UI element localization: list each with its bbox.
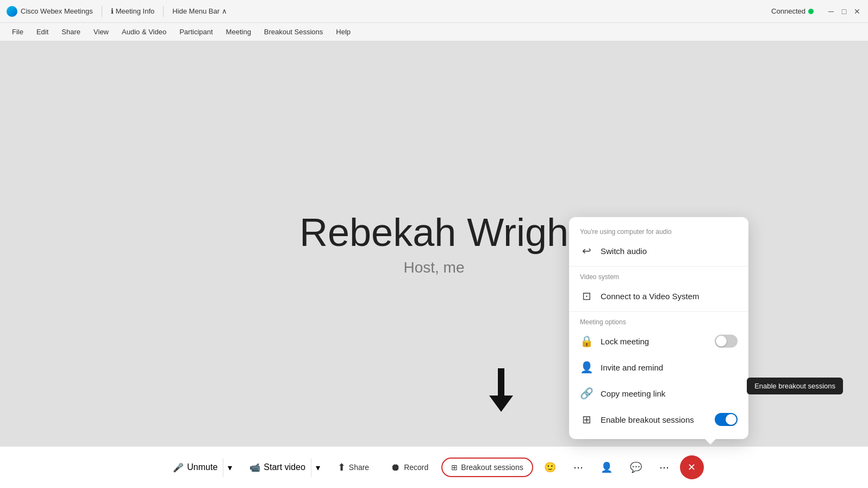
- record-icon: ⏺: [391, 462, 401, 473]
- menu-breakout-sessions[interactable]: Breakout Sessions: [259, 26, 328, 38]
- app-name: Cisco Webex Meetings: [21, 7, 93, 15]
- separator: [102, 6, 102, 17]
- menu-audio-video[interactable]: Audio & Video: [116, 26, 172, 38]
- video-system-icon: ⊡: [580, 289, 593, 302]
- invite-icon: 👤: [580, 361, 593, 374]
- video-icon: 📹: [249, 462, 260, 473]
- more-options-button[interactable]: ⋯: [567, 457, 590, 478]
- connected-dot-icon: [808, 9, 814, 14]
- app-logo: Cisco Webex Meetings: [7, 6, 93, 17]
- invite-remind-item[interactable]: 👤 Invite and remind: [569, 354, 748, 380]
- audio-section-label: You're using computer for audio: [569, 224, 748, 238]
- video-section-label: Video system: [569, 269, 748, 283]
- leave-button[interactable]: ✕: [680, 455, 704, 479]
- presenter-role: Host, me: [299, 259, 569, 276]
- chevron-down-icon: ▾: [228, 462, 232, 473]
- menu-view[interactable]: View: [88, 26, 114, 38]
- logo-icon: [7, 6, 17, 17]
- meeting-options-label: Meeting options: [569, 314, 748, 328]
- unmute-button-group[interactable]: 🎤 Unmute ▾: [164, 458, 236, 477]
- start-video-button-group[interactable]: 📹 Start video ▾: [241, 458, 324, 477]
- unmute-chevron[interactable]: ▾: [223, 458, 236, 477]
- reactions-button[interactable]: 🙂: [538, 457, 563, 478]
- share-button[interactable]: ⬆ Share: [329, 457, 378, 478]
- lock-meeting-item[interactable]: 🔒 Lock meeting: [569, 328, 748, 354]
- video-chevron[interactable]: ▾: [311, 458, 324, 477]
- chevron-down-icon2: ▾: [316, 462, 320, 473]
- lock-meeting-toggle[interactable]: [715, 335, 738, 348]
- divider2: [569, 311, 748, 312]
- connected-badge: Connected: [771, 7, 814, 15]
- menu-participant[interactable]: Participant: [174, 26, 218, 38]
- menu-edit[interactable]: Edit: [31, 26, 54, 38]
- more-options-panel: You're using computer for audio ↩ Switch…: [569, 217, 748, 439]
- connect-video-item[interactable]: ⊡ Connect to a Video System: [569, 283, 748, 309]
- start-video-button[interactable]: 📹 Start video: [241, 458, 310, 477]
- separator2: [163, 6, 164, 17]
- meeting-info-button[interactable]: ℹ Meeting Info: [111, 7, 155, 15]
- unmute-button[interactable]: 🎤 Unmute: [164, 458, 223, 477]
- scroll-arrow-icon: [489, 368, 513, 412]
- window-controls: ─ □ ✕: [827, 7, 861, 16]
- breakout-sessions-button[interactable]: ⊞ Breakout sessions: [441, 458, 533, 477]
- tooltip-popup: Enable breakout sessions: [747, 378, 843, 394]
- participants-button[interactable]: 👤: [594, 457, 619, 478]
- divider1: [569, 266, 748, 267]
- menu-help[interactable]: Help: [330, 26, 356, 38]
- microphone-icon: 🎤: [173, 462, 184, 473]
- chevron-up-icon: ∧: [222, 7, 227, 15]
- close-button[interactable]: ✕: [853, 7, 861, 16]
- share-icon: ⬆: [338, 461, 346, 473]
- record-button[interactable]: ⏺ Record: [382, 458, 437, 478]
- apps-button[interactable]: ⋯: [653, 457, 676, 478]
- menu-meeting[interactable]: Meeting: [221, 26, 257, 38]
- enable-breakout-toggle[interactable]: [715, 413, 738, 426]
- copy-link-item[interactable]: 🔗 Copy meeting link: [569, 380, 748, 406]
- switch-audio-icon: ↩: [580, 244, 593, 257]
- breakout-sessions-icon: ⊞: [451, 463, 458, 472]
- menu-bar: File Edit Share View Audio & Video Parti…: [0, 23, 868, 41]
- chat-button[interactable]: 💬: [623, 457, 648, 478]
- lock-icon: 🔒: [580, 335, 593, 348]
- menu-share[interactable]: Share: [56, 26, 86, 38]
- title-bar: Cisco Webex Meetings ℹ Meeting Info Hide…: [0, 0, 868, 23]
- bottom-bar: 🎤 Unmute ▾ 📹 Start video ▾ ⬆ Share ⏺ Rec…: [0, 446, 868, 488]
- hide-menu-bar-button[interactable]: Hide Menu Bar ∧: [172, 7, 227, 15]
- menu-file[interactable]: File: [7, 26, 29, 38]
- presenter-name: Rebekah Wrigh: [299, 211, 569, 254]
- breakout-icon: ⊞: [580, 413, 593, 426]
- minimize-button[interactable]: ─: [827, 7, 835, 16]
- maximize-button[interactable]: □: [840, 7, 848, 16]
- switch-audio-item[interactable]: ↩ Switch audio: [569, 238, 748, 264]
- enable-breakout-item[interactable]: ⊞ Enable breakout sessions: [569, 406, 748, 433]
- link-icon: 🔗: [580, 387, 593, 400]
